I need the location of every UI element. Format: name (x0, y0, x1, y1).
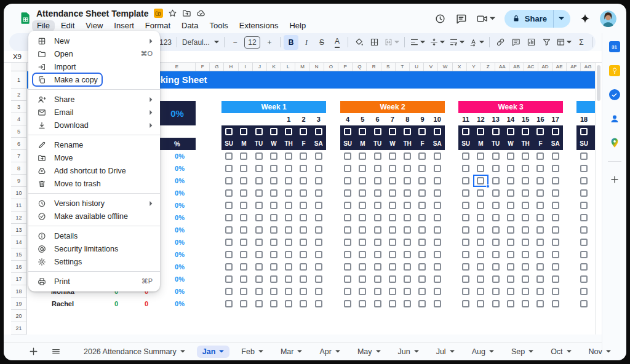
attendance-checkbox-cell[interactable] (473, 236, 488, 248)
sheet-tab-aug[interactable]: Aug (466, 346, 500, 358)
attendance-checkbox-cell[interactable] (430, 236, 445, 248)
attendance-checkbox-cell[interactable] (370, 298, 385, 310)
attendance-checkbox-cell[interactable] (236, 273, 251, 285)
attendance-checkbox-cell[interactable] (503, 162, 518, 175)
day-number-cell[interactable]: 9 (415, 113, 429, 125)
column-header-h[interactable]: H (224, 63, 238, 71)
attendance-checkbox-cell[interactable] (488, 236, 503, 248)
row-header-18[interactable]: 18 (11, 285, 27, 298)
percent-cell[interactable]: 0% (161, 199, 198, 212)
header-checkbox-cell[interactable] (236, 125, 251, 138)
file-menu-item-details[interactable]: Details (28, 229, 160, 242)
day-number-cell[interactable]: 17 (548, 113, 563, 125)
attendance-checkbox-cell[interactable] (266, 212, 281, 224)
attendance-checkbox-cell[interactable] (400, 273, 415, 285)
attendance-checkbox-cell[interactable] (252, 248, 266, 261)
attendance-checkbox-cell[interactable] (576, 248, 591, 261)
attendance-checkbox-cell[interactable] (488, 261, 503, 273)
row-header-15[interactable]: 15 (11, 248, 27, 261)
column-header-o[interactable]: O (324, 63, 338, 71)
fill-color-button[interactable] (351, 35, 366, 50)
attendance-checkbox-cell[interactable] (281, 285, 296, 298)
attendance-checkbox-cell[interactable] (236, 150, 251, 162)
attendance-checkbox-cell[interactable] (548, 162, 563, 175)
attendance-checkbox-cell[interactable] (385, 150, 400, 162)
attendance-checkbox-cell[interactable] (430, 248, 445, 261)
attendance-checkbox-cell[interactable] (400, 175, 415, 187)
attendance-checkbox-cell[interactable] (415, 248, 429, 261)
percent-cell[interactable]: 0% (161, 273, 198, 285)
attendance-checkbox-cell[interactable] (488, 285, 503, 298)
header-checkbox-cell[interactable] (430, 125, 445, 138)
column-header-s[interactable]: S (381, 63, 396, 71)
file-menu-item-move[interactable]: Move (28, 151, 160, 164)
header-checkbox-cell[interactable] (488, 125, 503, 138)
percent-cell[interactable]: 0% (161, 285, 198, 298)
attendance-checkbox-cell[interactable] (252, 224, 266, 236)
attendance-checkbox-cell[interactable] (266, 261, 281, 273)
attendance-checkbox-cell[interactable] (458, 298, 473, 310)
attendance-checkbox-cell[interactable] (355, 150, 370, 162)
attendance-checkbox-cell[interactable] (503, 273, 518, 285)
attendance-checkbox-cell[interactable] (252, 162, 266, 175)
attendance-checkbox-cell[interactable] (266, 150, 281, 162)
sheet-tab-dec[interactable]: Dec (623, 346, 626, 358)
attendance-checkbox-cell[interactable] (400, 248, 415, 261)
attendance-checkbox-cell[interactable] (548, 285, 563, 298)
attendance-checkbox-cell[interactable] (340, 261, 355, 273)
gemini-icon[interactable] (580, 13, 591, 24)
row-header-19[interactable]: 19 (11, 298, 27, 310)
attendance-checkbox-cell[interactable] (400, 162, 415, 175)
attendance-checkbox-cell[interactable] (311, 236, 326, 248)
file-menu-item-move-to-trash[interactable]: Move to trash (28, 177, 160, 190)
percent-cell[interactable]: 0% (161, 298, 198, 310)
column-header-j[interactable]: J (253, 63, 267, 71)
row-header-20[interactable]: 20 (11, 310, 27, 322)
attendance-checkbox-cell[interactable] (488, 162, 503, 175)
attendance-checkbox-cell[interactable] (311, 261, 326, 273)
file-menu-item-make-available-offline[interactable]: Make available offline (28, 210, 160, 223)
attendance-checkbox-cell[interactable] (591, 298, 596, 310)
move-folder-icon[interactable] (182, 9, 191, 18)
attendance-checkbox-cell[interactable] (430, 199, 445, 212)
attendance-checkbox-cell[interactable] (430, 261, 445, 273)
vertical-scrollbar[interactable] (596, 63, 602, 334)
attendance-checkbox-cell[interactable] (370, 187, 385, 199)
sheet-tab-sep[interactable]: Sep (506, 346, 539, 358)
attendance-checkbox-cell[interactable] (458, 199, 473, 212)
column-header-p[interactable]: P (338, 63, 353, 71)
file-menu-item-add-shortcut-to-drive[interactable]: Add shortcut to Drive (28, 164, 160, 177)
attendance-checkbox-cell[interactable] (415, 199, 429, 212)
attendance-checkbox-cell[interactable] (503, 187, 518, 199)
day-number-cell[interactable]: 19 (591, 113, 596, 125)
attendance-checkbox-cell[interactable] (548, 199, 563, 212)
attendance-checkbox-cell[interactable] (430, 273, 445, 285)
contacts-icon[interactable] (609, 113, 620, 124)
attendance-checkbox-cell[interactable] (548, 273, 563, 285)
column-header-ae[interactable]: AE (552, 63, 567, 71)
attendance-checkbox-cell[interactable] (370, 224, 385, 236)
insert-comment-button[interactable] (508, 35, 523, 50)
attendance-checkbox-cell[interactable] (370, 273, 385, 285)
column-header-t[interactable]: T (396, 63, 410, 71)
row-header-14[interactable]: 14 (11, 236, 27, 248)
name-cell[interactable]: Rachel (31, 298, 95, 310)
header-checkbox-cell[interactable] (473, 125, 488, 138)
column-header-l[interactable]: L (281, 63, 295, 71)
attendance-checkbox-cell[interactable] (311, 162, 326, 175)
attendance-checkbox-cell[interactable] (415, 175, 429, 187)
header-checkbox-cell[interactable] (400, 125, 415, 138)
menu-tools[interactable]: Tools (204, 20, 233, 31)
attendance-checkbox-cell[interactable] (252, 236, 266, 248)
attendance-checkbox-cell[interactable] (591, 199, 596, 212)
horizontal-align-button[interactable] (408, 35, 427, 50)
percent-cell[interactable]: 0% (161, 261, 198, 273)
column-header-g[interactable]: G (210, 63, 224, 71)
attendance-checkbox-cell[interactable] (281, 261, 296, 273)
attendance-checkbox-cell[interactable] (533, 150, 548, 162)
attendance-checkbox-cell[interactable] (252, 175, 266, 187)
attendance-checkbox-cell[interactable] (576, 285, 591, 298)
percent-cell[interactable]: 0% (161, 212, 198, 224)
day-number-cell[interactable]: 14 (503, 113, 518, 125)
attendance-checkbox-cell[interactable] (533, 285, 548, 298)
